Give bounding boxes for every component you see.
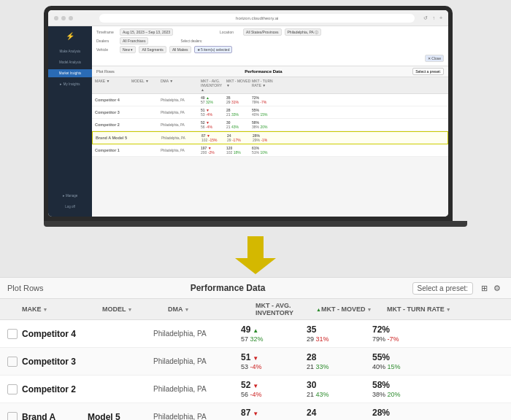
col-header-turn[interactable]: MKT - TURN RATE ▼ bbox=[387, 306, 504, 313]
cell-moved-competitor2: 30 21 43% bbox=[307, 380, 372, 398]
table-row-competitor2[interactable]: Competitor 2 Philadelphia, PA 52 56 -4% … bbox=[0, 376, 511, 403]
cell-inv-competitor4: 49 57 32% bbox=[241, 324, 307, 343]
cell-turn-brand-a: 28% 29% -1% bbox=[372, 408, 504, 420]
col-header-make[interactable]: MAKE ▼ bbox=[22, 306, 102, 313]
sidebar-item-manage[interactable]: ▸ Manage bbox=[48, 192, 92, 200]
laptop-base bbox=[44, 221, 467, 227]
sort-model-icon[interactable]: ▼ bbox=[128, 307, 133, 312]
close-filter-btn[interactable]: ✕ Close bbox=[425, 55, 444, 62]
vehicle-new[interactable]: New ▾ bbox=[120, 46, 136, 53]
col-header-dma[interactable]: DMA ▼ bbox=[168, 306, 256, 313]
mini-row-competitor1[interactable]: Competitor 1 Philadelphia, PA 197 ▼200 -… bbox=[92, 144, 448, 157]
cell-model-brand-a: Model 5 bbox=[88, 412, 153, 421]
mini-row-competitor3[interactable]: Competitor 3 Philadelphia, PA 51 ▼53 -4%… bbox=[92, 106, 448, 119]
cell-turn-competitor4: 72% 79% -7% bbox=[372, 324, 504, 343]
laptop-frame: horizon.cloudtheory.ai ↺ ↑ + ⚡ bbox=[44, 6, 453, 221]
cell-moved-competitor3: 28 21 33% bbox=[307, 352, 372, 370]
mini-col-dma-header: DMA ▼ bbox=[161, 79, 201, 92]
sidebar: ⚡ Make Analysis Model Analysis Market In… bbox=[48, 26, 92, 217]
mini-col-model-header: MODEL ▼ bbox=[131, 79, 161, 92]
cell-moved-brand-a: 24 29 -17% bbox=[307, 408, 372, 420]
col-header-inv[interactable]: MKT - AVG. INVENTORY ▲ bbox=[256, 302, 321, 316]
mini-col-inv-header: MKT - AVG. INVENTORY ▲ bbox=[201, 79, 226, 92]
arrow-stem bbox=[247, 236, 264, 258]
select-preset-dropdown[interactable]: Select a preset: bbox=[412, 282, 473, 295]
timeframe-value[interactable]: Aug 15, 2023 – Sep 13, 2023 bbox=[120, 28, 173, 36]
dealers-value[interactable]: All Franchises bbox=[120, 37, 148, 44]
sidebar-item-model-analysis[interactable]: Model Analysis bbox=[48, 58, 92, 66]
sidebar-item-make-analysis[interactable]: Make Analysis bbox=[48, 47, 92, 55]
cell-dma-brand-a: Philadelphia, PA bbox=[153, 413, 241, 420]
browser-dot-yellow bbox=[61, 16, 66, 20]
col-dma-text: DMA bbox=[168, 306, 183, 313]
table-row-brand-a[interactable]: Brand A Model 5 Philadelphia, PA 87 102 … bbox=[0, 403, 511, 420]
main-content: Timeframe Aug 15, 2023 – Sep 13, 2023 Lo… bbox=[92, 26, 448, 217]
mini-table-col-headers: MAKE ▼ MODEL ▼ DMA ▼ MKT - AVG. INVENTOR… bbox=[92, 77, 448, 94]
sort-inv-icon[interactable]: ▲ bbox=[316, 307, 321, 312]
perf-data-label: Performance Data bbox=[44, 283, 412, 293]
browser-reload[interactable]: ↺ bbox=[423, 15, 428, 21]
browser-dot-red bbox=[54, 16, 58, 20]
cell-make-competitor3: Competitor 3 bbox=[22, 357, 88, 367]
cell-dma-competitor2: Philadelphia, PA bbox=[153, 385, 241, 393]
sort-make-icon[interactable]: ▼ bbox=[43, 307, 48, 312]
mini-col-moved-header: MKT - MOVED ▼ bbox=[226, 79, 252, 92]
col-turn-text: MKT - TURN RATE bbox=[387, 306, 445, 313]
vehicle-selected[interactable]: ★ 5 item(s) selected bbox=[194, 46, 233, 53]
mini-col-make-header: MAKE ▼ bbox=[95, 79, 131, 92]
mini-row-competitor2[interactable]: Competitor 2 Philadelphia, PA 52 ▼56 -4%… bbox=[92, 119, 448, 131]
browser-bar: horizon.cloudtheory.ai ↺ ↑ + bbox=[48, 10, 448, 26]
arrow-section bbox=[0, 233, 511, 277]
bottom-table-section: Plot Rows Performance Data Select a pres… bbox=[0, 277, 511, 420]
mini-row-brand-a[interactable]: Brand A Model 5 Philadelphia, PA 87 ▼102… bbox=[92, 131, 448, 144]
browser-dot-green bbox=[69, 16, 73, 20]
table-icon-btn[interactable]: ⊞ bbox=[477, 281, 491, 295]
browser-share[interactable]: ↑ bbox=[432, 15, 435, 21]
vehicle-segments[interactable]: All Segments bbox=[139, 46, 166, 53]
sort-moved-icon[interactable]: ▼ bbox=[367, 307, 372, 312]
checkbox-competitor4[interactable] bbox=[7, 329, 18, 339]
cell-inv-brand-a: 87 102 -15% bbox=[241, 408, 307, 420]
mini-row-competitor4[interactable]: Competitor 4 Philadelphia, PA 49 ▲57 32%… bbox=[92, 94, 448, 106]
location-value2[interactable]: Philadelphia, PA ⓘ bbox=[285, 28, 321, 36]
table-row-competitor4[interactable]: Competitor 4 Philadelphia, PA 49 57 32% … bbox=[0, 320, 511, 348]
col-make-text: MAKE bbox=[22, 306, 42, 313]
vehicle-label: Vehicle bbox=[96, 47, 117, 52]
mini-perf-data: Performance Data bbox=[115, 69, 412, 74]
browser-add-tab[interactable]: + bbox=[439, 15, 442, 21]
sidebar-item-my-insights[interactable]: ▸ My Insights bbox=[48, 80, 92, 88]
bottom-table-header-bar: Plot Rows Performance Data Select a pres… bbox=[0, 278, 511, 299]
mini-select-preset[interactable]: Select a preset: bbox=[412, 68, 444, 75]
url-text: horizon.cloudtheory.ai bbox=[236, 16, 278, 20]
cell-inv-competitor2: 52 56 -4% bbox=[241, 380, 307, 398]
checkbox-competitor2[interactable] bbox=[7, 384, 18, 394]
cell-dma-competitor4: Philadelphia, PA bbox=[153, 330, 241, 338]
sidebar-item-logoff[interactable]: Log off bbox=[48, 203, 92, 211]
data-rows: Competitor 4 Philadelphia, PA 49 57 32% … bbox=[0, 320, 511, 420]
col-header-model[interactable]: MODEL ▼ bbox=[102, 306, 168, 313]
location-value[interactable]: All States/Provinces bbox=[243, 28, 281, 36]
arrow-head bbox=[235, 258, 276, 274]
sort-dma-icon[interactable]: ▼ bbox=[185, 307, 190, 312]
sidebar-item-market-insights[interactable]: Market Insights bbox=[48, 69, 92, 77]
checkbox-competitor3[interactable] bbox=[7, 357, 18, 367]
table-row-competitor3[interactable]: Competitor 3 Philadelphia, PA 51 53 -4% … bbox=[0, 348, 511, 376]
vehicle-makes[interactable]: All Makes bbox=[169, 46, 191, 53]
filters-bar: Timeframe Aug 15, 2023 – Sep 13, 2023 Lo… bbox=[92, 26, 448, 66]
timeframe-label: Timeframe bbox=[96, 30, 117, 34]
arrow-down-shape bbox=[235, 236, 276, 274]
sidebar-logo: ⚡ bbox=[66, 32, 74, 40]
cell-make-competitor2: Competitor 2 bbox=[22, 384, 88, 394]
mini-col-turn-header: MKT - TURN RATE ▼ bbox=[252, 79, 274, 92]
cell-inv-competitor3: 51 53 -4% bbox=[241, 352, 307, 370]
col-model-text: MODEL bbox=[102, 306, 126, 313]
checkbox-brand-a[interactable] bbox=[7, 412, 18, 421]
sort-turn-icon[interactable]: ▼ bbox=[446, 307, 451, 312]
settings-icon-btn[interactable]: ⚙ bbox=[491, 281, 504, 295]
mini-plot-rows: Plot Rows bbox=[96, 69, 115, 74]
col-header-moved[interactable]: MKT - MOVED ▼ bbox=[321, 306, 387, 313]
dealers-label: Dealers bbox=[96, 39, 117, 43]
mini-table-header-bar: Plot Rows Performance Data Select a pres… bbox=[92, 66, 448, 77]
col-moved-text: MKT - MOVED bbox=[321, 306, 366, 313]
mini-table: MAKE ▼ MODEL ▼ DMA ▼ MKT - AVG. INVENTOR… bbox=[92, 77, 448, 217]
